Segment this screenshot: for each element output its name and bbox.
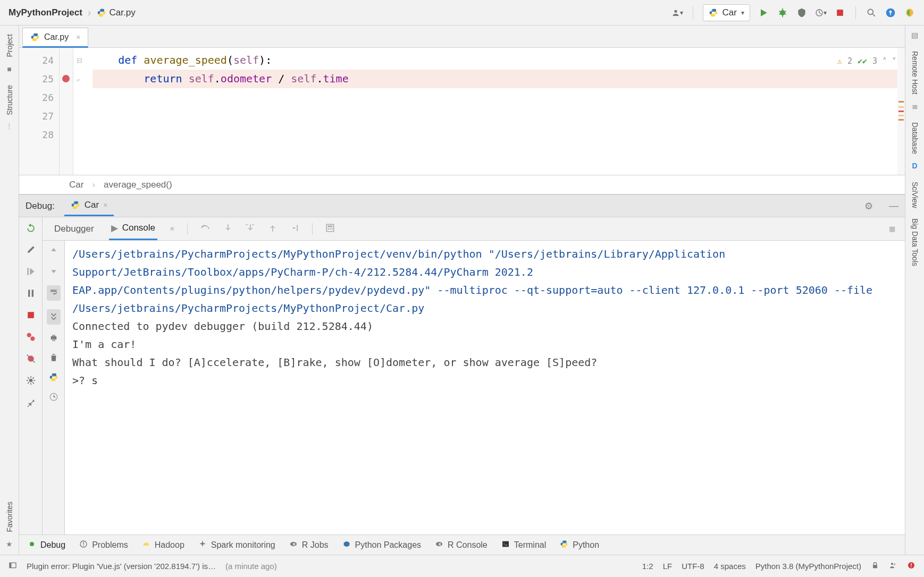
run-to-cursor-icon[interactable]	[290, 223, 299, 234]
run-button[interactable]	[758, 7, 769, 19]
python-console-icon[interactable]	[49, 372, 58, 384]
tab-problems[interactable]: Problems	[79, 540, 128, 550]
print-icon[interactable]	[49, 333, 58, 344]
coverage-button[interactable]	[796, 7, 808, 19]
step-into-my-icon[interactable]	[245, 223, 255, 234]
tab-pypackages[interactable]: Python Packages	[342, 540, 422, 550]
status-caret-pos[interactable]: 1:2	[642, 562, 653, 571]
debugger-tab[interactable]: Debugger	[52, 219, 96, 239]
run-config-selector[interactable]: Car ▾	[703, 4, 750, 21]
breakpoint-gutter[interactable]	[60, 48, 73, 175]
close-tab-icon[interactable]: ×	[76, 33, 80, 41]
console-tab[interactable]: ▶ Console	[109, 218, 157, 240]
r-icon: R	[289, 540, 298, 550]
tab-hadoop[interactable]: Hadoop	[142, 540, 184, 550]
soft-wrap-icon[interactable]	[47, 285, 61, 301]
status-message[interactable]: Plugin error: Plugin 'Vue.js' (version '…	[27, 562, 216, 571]
tab-debug[interactable]: Debug	[28, 540, 65, 550]
code-line-25: return self.odometer / self.time	[93, 70, 905, 88]
scroll-down-icon[interactable]	[49, 266, 58, 277]
svg-rect-15	[31, 290, 33, 296]
breadcrumb-file[interactable]: Car.py	[97, 7, 136, 18]
users-icon[interactable]	[889, 561, 897, 571]
console-output[interactable]: /Users/jetbrains/PycharmProjects/MyPytho…	[65, 241, 905, 555]
project-tool-button[interactable]: Project	[5, 34, 14, 57]
svg-rect-30	[52, 335, 55, 336]
svg-rect-44	[873, 565, 877, 568]
stop-icon[interactable]	[26, 310, 36, 322]
threads-icon[interactable]: ≡	[170, 225, 174, 233]
status-encoding[interactable]: UTF-8	[682, 562, 704, 571]
error-badge-icon[interactable]	[907, 561, 915, 571]
editor[interactable]: 24 25 26 27 28 ⊟ ⌐ ⚠ 2 ✔✔ 3 ˄	[19, 48, 905, 175]
inspection-widget[interactable]: ⚠ 2 ✔✔ 3 ˄ ˅	[837, 52, 896, 71]
debug-button[interactable]	[777, 7, 788, 19]
view-breakpoints-icon[interactable]	[26, 332, 36, 344]
hide-toolwindows-icon[interactable]	[9, 561, 17, 571]
debug-settings-icon[interactable]	[26, 375, 36, 387]
breakpoint-icon[interactable]	[62, 75, 70, 82]
remote-host-button[interactable]: Remote Host	[911, 51, 919, 95]
history-icon[interactable]	[49, 392, 58, 403]
debug-title: Debug:	[26, 201, 55, 211]
stop-button[interactable]	[834, 7, 846, 19]
step-out-icon[interactable]	[267, 223, 277, 234]
evaluate-icon[interactable]	[325, 223, 335, 234]
database-button[interactable]: Database	[911, 122, 919, 154]
settings-icon[interactable]: ⚙	[864, 200, 873, 212]
layout-icon[interactable]: ▦	[889, 225, 895, 233]
scroll-up-icon[interactable]	[49, 246, 58, 257]
svg-rect-28	[332, 228, 333, 230]
editor-tab-car[interactable]: Car.py ×	[22, 28, 88, 48]
user-icon[interactable]: ▾	[671, 7, 683, 19]
svg-rect-14	[28, 290, 30, 296]
tab-rconsole[interactable]: RR Console	[435, 540, 488, 550]
terminal-icon	[501, 540, 510, 550]
close-session-icon[interactable]: ×	[103, 201, 107, 209]
structure-tool-button[interactable]: Structure	[5, 85, 14, 115]
breadcrumb-project[interactable]: MyPythonProject	[9, 7, 82, 18]
mute-breakpoints-icon[interactable]	[26, 353, 36, 366]
scroll-to-end-icon[interactable]	[47, 309, 61, 325]
codewithme-icon[interactable]	[904, 7, 915, 19]
minimize-icon[interactable]: —	[889, 200, 898, 211]
rerun-icon[interactable]	[26, 223, 36, 235]
tab-rjobs[interactable]: RR Jobs	[289, 540, 329, 550]
editor-tab-label: Car.py	[44, 32, 69, 42]
status-indent[interactable]: 4 spaces	[714, 562, 746, 571]
step-over-icon[interactable]	[200, 223, 210, 234]
tab-spark[interactable]: Spark monitoring	[198, 540, 275, 550]
resume-icon[interactable]	[26, 266, 36, 278]
lock-icon[interactable]	[871, 561, 879, 571]
pin-icon[interactable]	[26, 397, 36, 409]
status-line-sep[interactable]: LF	[663, 562, 673, 571]
svg-rect-16	[28, 312, 34, 318]
next-highlight-icon[interactable]: ˅	[892, 52, 896, 71]
status-interpreter[interactable]: Python 3.8 (MyPythonProject)	[755, 562, 861, 571]
tab-terminal[interactable]: Terminal	[501, 540, 546, 550]
console-play-icon: ▶	[111, 223, 118, 234]
scroll-stripe[interactable]	[897, 48, 905, 175]
step-into-icon[interactable]	[223, 223, 232, 234]
sciview-button[interactable]: SciView	[911, 182, 919, 208]
remote-host-icon: ▤	[911, 31, 918, 39]
debug-session-tab[interactable]: Car ×	[64, 196, 114, 216]
profile-button[interactable]: ▾	[815, 7, 827, 19]
modify-icon[interactable]	[26, 244, 36, 257]
crumb-sep: ›	[92, 180, 95, 190]
crumb-class[interactable]: Car	[69, 180, 83, 190]
search-icon[interactable]	[866, 7, 877, 19]
clear-icon[interactable]	[49, 353, 58, 364]
pause-icon[interactable]	[26, 288, 36, 300]
crumb-function[interactable]: average_speed()	[104, 180, 172, 190]
svg-rect-41	[502, 541, 509, 547]
update-icon[interactable]	[885, 7, 896, 19]
tab-pyconsole[interactable]: Python	[560, 540, 599, 550]
fold-collapse-icon[interactable]: ⊟	[77, 51, 87, 70]
database-icon: ≣	[912, 102, 918, 111]
prev-highlight-icon[interactable]: ˄	[883, 52, 887, 71]
fold-gutter[interactable]: ⊟ ⌐	[73, 48, 87, 175]
bigdata-button[interactable]: Big Data Tools	[911, 218, 919, 266]
favorites-tool-button[interactable]: Favorites	[5, 502, 14, 532]
code-area[interactable]: ⚠ 2 ✔✔ 3 ˄ ˅ def average_speed(self): re…	[87, 48, 905, 175]
